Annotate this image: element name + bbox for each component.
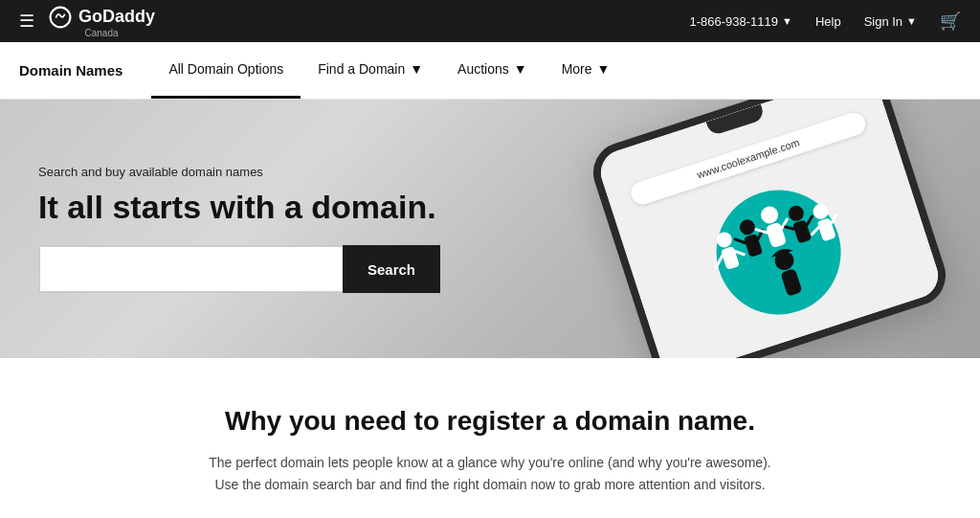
search-button[interactable]: Search — [343, 245, 440, 293]
hamburger-icon[interactable]: ☰ — [19, 11, 34, 32]
sec-nav-items: All Domain Options Find a Domain ▼ Aucti… — [151, 42, 627, 99]
auctions-chevron-icon: ▼ — [514, 61, 527, 77]
find-domain-chevron-icon: ▼ — [410, 61, 423, 77]
help-link[interactable]: Help — [815, 14, 841, 29]
godaddy-swirl-icon — [48, 5, 73, 30]
bottom-description: The perfect domain lets people know at a… — [203, 452, 777, 496]
hero-title: It all starts with a domain. — [38, 189, 440, 226]
more-chevron-icon: ▼ — [597, 61, 611, 77]
hero-content: Search and buy available domain names It… — [0, 126, 479, 331]
svg-point-0 — [51, 7, 71, 27]
logo-canada: Canada — [84, 28, 118, 38]
cart-icon[interactable]: 🛒 — [940, 11, 961, 32]
nav-item-auctions[interactable]: Auctions ▼ — [440, 42, 545, 99]
nav-item-all-domain-options[interactable]: All Domain Options — [151, 42, 301, 99]
search-bar: Search — [38, 245, 440, 293]
logo: GoDaddy — [48, 5, 155, 30]
top-nav-right: 1-866-938-1119 ▼ Help Sign In ▼ 🛒 — [689, 11, 961, 32]
nav-item-find-a-domain[interactable]: Find a Domain ▼ — [301, 42, 440, 99]
logo-text: GoDaddy — [78, 7, 155, 27]
bottom-title: Why you need to register a domain name. — [38, 406, 942, 437]
hero-subtitle: Search and buy available domain names — [38, 165, 440, 179]
phone-device: www.coolexample.com — [586, 100, 954, 358]
domain-search-input[interactable] — [38, 245, 343, 293]
top-navigation: ☰ GoDaddy Canada 1-866-938-1119 ▼ Help S… — [0, 0, 980, 42]
logo-area[interactable]: GoDaddy Canada — [48, 5, 155, 38]
secondary-navigation: Domain Names All Domain Options Find a D… — [0, 42, 980, 100]
domain-names-link[interactable]: Domain Names — [19, 62, 142, 79]
hero-illustration: www.coolexample.com — [444, 100, 980, 358]
phone-screen: www.coolexample.com — [595, 100, 945, 358]
signin-chevron-icon: ▼ — [906, 15, 917, 27]
phone-chevron-icon: ▼ — [782, 15, 792, 27]
hero-section: Search and buy available domain names It… — [0, 100, 980, 358]
phone-notch — [706, 104, 766, 137]
top-nav-left: ☰ GoDaddy Canada — [19, 5, 155, 38]
signin-button[interactable]: Sign In ▼ — [864, 14, 917, 29]
phone-number[interactable]: 1-866-938-1119 ▼ — [689, 14, 791, 29]
bottom-section: Why you need to register a domain name. … — [0, 358, 980, 518]
nav-item-more[interactable]: More ▼ — [545, 42, 628, 99]
